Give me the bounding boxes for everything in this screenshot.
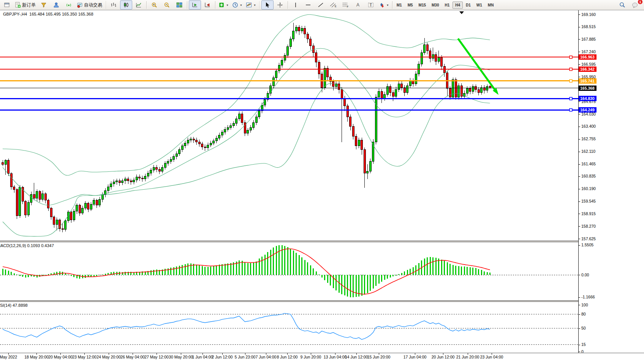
timeframe-button-M1[interactable]: M1 [394, 2, 405, 9]
timeframe-button-H4[interactable]: H4 [453, 2, 463, 9]
axis-tick-mark [579, 214, 580, 214]
macd-bar [230, 263, 231, 275]
candle-body [179, 150, 180, 154]
macd-bar [168, 268, 169, 275]
rsi-tick: 80 [581, 312, 586, 316]
auto-trading-button[interactable]: 自动交易 [75, 0, 104, 10]
timeframe-button-D1[interactable]: D1 [463, 2, 473, 9]
macd-pane[interactable] [0, 242, 578, 300]
hline-handle[interactable] [570, 79, 572, 82]
candle-body [489, 86, 491, 88]
candle-body [119, 181, 120, 183]
chart-line-button[interactable] [133, 0, 145, 10]
templates-button[interactable]: ▼ [244, 0, 258, 10]
time-axis[interactable]: May 202218 May 20:0020 May 04:0023 May 1… [0, 353, 644, 360]
rsi-tick: 100 [581, 303, 588, 307]
macd-bar [367, 275, 368, 293]
macd-bar [413, 267, 414, 275]
macd-bar [256, 262, 257, 275]
macd-tick: 0.00 [581, 273, 589, 277]
cursor-button[interactable] [261, 0, 274, 10]
macd-bar [153, 270, 154, 275]
timeframe-button-W1[interactable]: W1 [474, 2, 485, 9]
axis-tick-mark [579, 39, 580, 40]
new-order-button[interactable]: 新订单 [13, 0, 37, 10]
hline-handle[interactable] [570, 68, 572, 71]
timeframe-button-M5[interactable]: M5 [405, 2, 416, 9]
candle-body [344, 98, 346, 106]
hline-handle[interactable] [570, 97, 572, 100]
text-button[interactable]: A [352, 0, 364, 10]
timeframe-button-M30[interactable]: M30 [429, 2, 441, 9]
hline-handle[interactable] [570, 56, 572, 59]
macd-bar [353, 275, 354, 297]
axis-tick-mark [579, 101, 580, 102]
time-tick-mark [222, 353, 223, 355]
candle-body [76, 205, 78, 211]
toolbar-grip [105, 1, 106, 9]
macd-bar [478, 269, 479, 275]
candle-body [176, 154, 177, 157]
macd-bar [313, 268, 314, 275]
text-label-button[interactable]: T [365, 0, 377, 10]
tile-windows-button[interactable] [173, 0, 185, 10]
candle-body [93, 200, 95, 204]
vertical-line-button[interactable] [290, 0, 302, 10]
candle-body [39, 192, 41, 199]
notifications-button[interactable]: 1 [629, 0, 641, 10]
trendline-button[interactable] [315, 0, 327, 10]
auto-scroll-button[interactable] [189, 0, 201, 10]
candle-body [133, 180, 135, 182]
chart-shift-button[interactable] [201, 0, 214, 10]
zoom-in-button[interactable] [148, 0, 160, 10]
timeframe-button-M15[interactable]: M15 [416, 2, 429, 9]
hline-handle[interactable] [570, 109, 572, 111]
candle-body [210, 143, 212, 145]
equidistant-channel-button[interactable]: E [327, 0, 339, 10]
crosshair-button[interactable] [274, 0, 286, 10]
timeframe-button-H1[interactable]: H1 [442, 2, 452, 9]
rsi-indicator-label: RSI(14) 47.8898 [0, 303, 28, 308]
macd-bar [222, 264, 223, 275]
macd-bar [444, 261, 445, 275]
time-tick-mark [8, 353, 9, 355]
candle-body [236, 119, 237, 124]
candle-body [122, 181, 123, 183]
chart-candles-button[interactable] [120, 0, 132, 10]
macd-bar [170, 268, 171, 275]
timeframe-button-MN[interactable]: MN [485, 2, 497, 9]
chart-bars-button[interactable] [108, 0, 120, 10]
fibonacci-button[interactable]: F [340, 0, 352, 10]
candle-body [281, 60, 283, 65]
time-axis-label: 15 Jun 20:00 [367, 355, 391, 359]
time-axis-label: 30 May 20:00 [169, 355, 193, 359]
chart-shift-marker[interactable] [459, 11, 464, 14]
toolbar-separator [187, 1, 187, 9]
profile-icon[interactable] [50, 0, 62, 10]
price-tick: 157.625 [581, 236, 596, 241]
signals-icon[interactable] [63, 0, 75, 10]
rsi-pane[interactable] [0, 302, 578, 353]
indicators-button[interactable]: ▼ [217, 0, 230, 10]
macd-bar [96, 275, 97, 276]
macd-bar [28, 275, 29, 277]
macd-bar [381, 275, 382, 282]
time-axis-label: 24 May 20:00 [97, 355, 121, 359]
candle-body [201, 144, 203, 147]
funnel-icon[interactable] [38, 0, 50, 10]
candle-body [364, 150, 366, 173]
trend-arrow-line[interactable] [458, 38, 497, 92]
zoom-out-button[interactable] [161, 0, 173, 10]
main-chart-pane[interactable] [0, 10, 578, 241]
arrows-button[interactable]: ▼ [377, 0, 391, 10]
chevron-down-icon: ▼ [386, 4, 389, 6]
search-icon[interactable] [616, 0, 628, 10]
horizontal-line-button[interactable] [302, 0, 314, 10]
candle-body [44, 193, 46, 200]
candle-body [8, 160, 9, 174]
time-tick-mark [379, 353, 379, 355]
window-icon[interactable] [1, 0, 13, 10]
price-tick: 160.190 [581, 186, 596, 191]
periods-clock-button[interactable]: ▼ [231, 0, 244, 10]
price-tick: 167.885 [581, 37, 596, 41]
